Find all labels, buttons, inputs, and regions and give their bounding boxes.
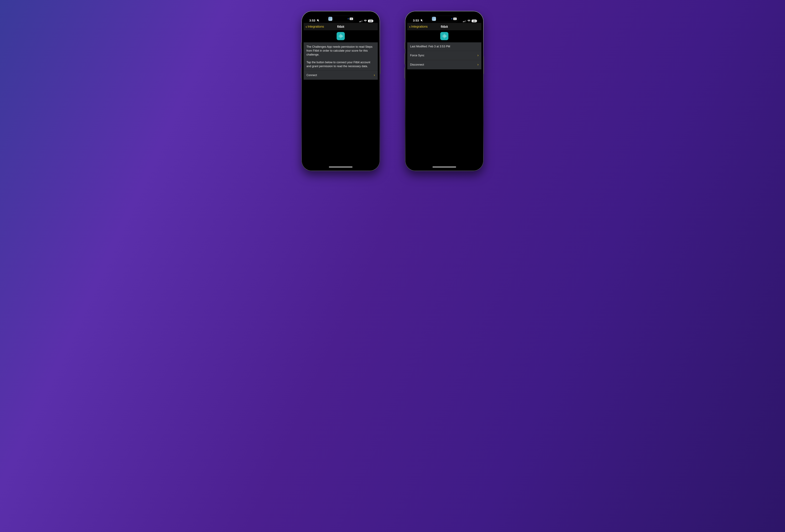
settings-panel: Last Modified: Feb 3 at 3:53 PM Force Sy… — [407, 42, 481, 69]
svg-rect-22 — [465, 20, 466, 22]
svg-point-34 — [442, 36, 442, 36]
wifi-icon — [467, 20, 471, 22]
side-button — [404, 53, 405, 64]
svg-point-30 — [443, 37, 444, 37]
svg-point-10 — [339, 35, 340, 35]
battery-icon: 100 — [368, 20, 373, 22]
chevron-left-icon: ‹ — [409, 25, 410, 29]
svg-point-26 — [444, 37, 445, 37]
status-time: 3:53 — [309, 19, 315, 22]
app-icon-container — [407, 30, 481, 42]
back-button[interactable]: ‹ Integrations — [304, 25, 324, 29]
svg-point-7 — [340, 36, 341, 36]
side-button — [301, 42, 302, 49]
connect-label: Connect — [306, 73, 317, 77]
disconnect-row[interactable]: Disconnect › — [407, 60, 481, 69]
svg-point-11 — [339, 36, 340, 36]
svg-point-32 — [445, 36, 446, 36]
svg-point-24 — [444, 35, 445, 35]
silent-mode-icon — [420, 19, 423, 22]
cellular-signal-icon — [463, 20, 466, 22]
svg-point-12 — [339, 37, 340, 37]
island-right-cluster: tv — [451, 18, 457, 20]
chevron-right-icon: › — [477, 62, 479, 67]
nav-bar: ‹ Integrations fitbit — [407, 23, 481, 30]
svg-point-23 — [444, 34, 445, 34]
wifi-icon — [364, 20, 367, 22]
now-playing-thumbnail — [328, 17, 332, 21]
connect-row[interactable]: Connect › — [304, 71, 378, 80]
permission-description: The Challenges App needs permission to r… — [304, 42, 378, 71]
chevron-left-icon: ‹ — [306, 25, 307, 29]
activity-dot-icon — [348, 18, 349, 19]
activity-dot-icon — [451, 18, 452, 19]
last-modified-row: Last Modified: Feb 3 at 3:53 PM — [407, 42, 481, 51]
island-right-cluster: tv — [348, 18, 353, 20]
svg-rect-2 — [360, 21, 361, 22]
svg-rect-3 — [361, 21, 361, 22]
status-time: 3:53 — [413, 19, 419, 22]
svg-point-6 — [340, 35, 341, 35]
svg-point-25 — [444, 36, 445, 36]
battery-level: 100 — [473, 20, 476, 22]
svg-rect-1 — [359, 22, 360, 22]
chevron-right-icon: › — [374, 73, 375, 78]
side-button — [404, 68, 405, 78]
svg-point-9 — [340, 38, 341, 38]
svg-rect-21 — [464, 21, 465, 22]
last-modified-text: Last Modified: Feb 3 at 3:53 PM — [410, 45, 450, 49]
content-area: The Challenges App needs permission to r… — [304, 30, 378, 169]
side-button — [404, 42, 405, 49]
back-label: Integrations — [411, 25, 428, 28]
battery-icon: 100 — [472, 20, 477, 22]
side-button — [380, 56, 381, 74]
page-title: fitbit — [337, 25, 344, 29]
svg-point-15 — [341, 37, 342, 37]
disconnect-label: Disconnect — [410, 63, 424, 67]
info-panel: The Challenges App needs permission to r… — [304, 42, 378, 80]
fitbit-app-icon — [337, 32, 345, 40]
cellular-signal-icon — [359, 20, 363, 22]
force-sync-row[interactable]: Force Sync › — [407, 51, 481, 60]
appletv-badge-icon: tv — [453, 18, 457, 20]
side-button — [301, 53, 302, 64]
svg-point-28 — [443, 35, 444, 35]
svg-point-29 — [443, 36, 444, 36]
fitbit-app-icon — [440, 32, 448, 40]
phone-mockup-left: tv 3:53 100 ‹ Int — [301, 11, 380, 171]
svg-point-33 — [445, 37, 446, 37]
svg-point-13 — [341, 35, 342, 35]
screen: tv 3:53 100 ‹ Int — [407, 13, 481, 169]
nav-bar: ‹ Integrations fitbit — [304, 23, 378, 30]
page-title: fitbit — [441, 25, 448, 29]
home-indicator[interactable] — [433, 167, 456, 167]
chevron-right-icon: › — [477, 53, 479, 58]
svg-point-14 — [341, 36, 342, 36]
now-playing-thumbnail — [432, 17, 436, 21]
force-sync-label: Force Sync — [410, 53, 424, 57]
phone-mockup-right: tv 3:53 100 ‹ Int — [405, 11, 484, 171]
appletv-badge-icon: tv — [350, 18, 353, 20]
app-icon-container — [304, 30, 378, 42]
silent-mode-icon — [316, 19, 319, 22]
svg-point-17 — [342, 36, 343, 36]
content-area: Last Modified: Feb 3 at 3:53 PM Force Sy… — [407, 30, 481, 169]
side-button — [483, 56, 484, 74]
svg-rect-19 — [463, 22, 463, 22]
back-button[interactable]: ‹ Integrations — [407, 25, 428, 29]
screen: tv 3:53 100 ‹ Int — [304, 13, 378, 169]
dynamic-island: tv — [430, 16, 458, 22]
battery-level: 100 — [369, 20, 372, 22]
home-indicator[interactable] — [329, 167, 352, 167]
svg-point-16 — [338, 36, 339, 36]
svg-rect-20 — [464, 21, 464, 22]
svg-point-27 — [444, 38, 445, 38]
svg-point-31 — [445, 35, 446, 35]
back-label: Integrations — [308, 25, 324, 28]
svg-point-35 — [446, 36, 447, 36]
svg-point-5 — [340, 34, 341, 34]
side-button — [301, 68, 302, 78]
svg-point-8 — [340, 37, 341, 37]
svg-rect-4 — [362, 20, 362, 22]
dynamic-island: tv — [327, 16, 355, 22]
